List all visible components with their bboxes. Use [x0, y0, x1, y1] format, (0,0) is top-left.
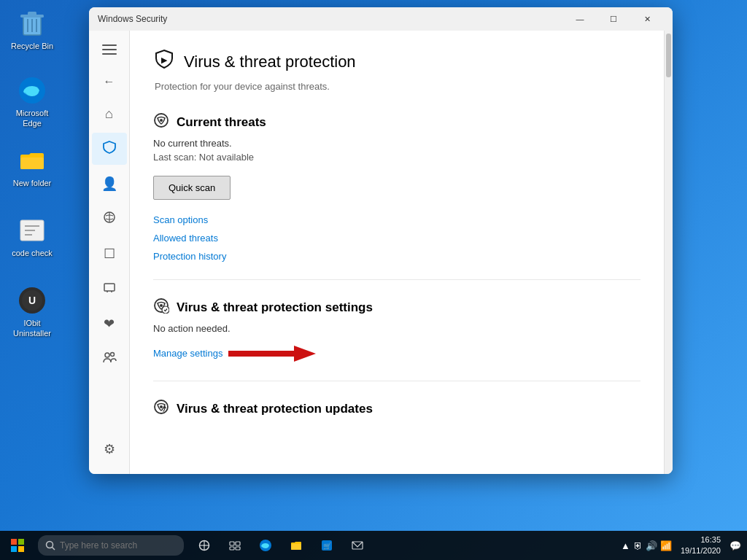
hamburger-icon — [102, 44, 117, 55]
maximize-button[interactable]: ☐ — [597, 7, 630, 31]
settings-icon: ⚙ — [104, 441, 115, 457]
recycle-bin-label: Recycle Bin — [11, 41, 53, 51]
nav-item-app[interactable]: ☐ — [92, 238, 127, 270]
protection-settings-section: Virus & threat protection settings No ac… — [153, 298, 640, 363]
svg-rect-17 — [104, 284, 115, 291]
clock-time: 16:35 — [681, 534, 721, 545]
scrollbar-track[interactable] — [664, 31, 673, 474]
folder-label: New folder — [13, 178, 52, 188]
last-scan-text: Last scan: Not available — [153, 152, 640, 163]
svg-point-24 — [160, 119, 163, 122]
back-button[interactable]: ← — [92, 69, 127, 95]
current-threats-icon — [153, 112, 169, 132]
health-icon: ❤ — [104, 316, 115, 332]
quick-scan-button[interactable]: Quick scan — [153, 176, 231, 200]
taskbar-edge-icon — [259, 539, 272, 552]
defender-tray-icon[interactable]: ⛨ — [633, 540, 643, 551]
taskbar-folder-icon — [290, 539, 303, 552]
iobit-label: IObit Uninstaller — [9, 318, 55, 339]
taskbar-taskview-btn[interactable] — [220, 531, 249, 560]
nav-item-account[interactable]: 👤 — [92, 168, 127, 200]
minimize-button[interactable]: — — [563, 7, 597, 31]
svg-rect-2 — [28, 12, 36, 15]
title-bar: Windows Security — ☐ ✕ — [89, 7, 673, 31]
search-input[interactable] — [60, 540, 162, 551]
recycle-bin-icon — [18, 9, 47, 38]
taskbar-mail-icon — [351, 539, 364, 552]
svg-point-31 — [160, 405, 163, 408]
taskbar: 🛒 ▲ ⛨ 🔊 📶 16:35 19/11/2020 — [0, 531, 747, 560]
current-threats-section-header: Current threats — [153, 112, 640, 132]
svg-rect-44 — [230, 547, 234, 550]
network-icon — [102, 210, 117, 228]
notification-icon[interactable]: 💬 — [729, 540, 741, 551]
scrollbar-thumb[interactable] — [666, 34, 671, 77]
svg-text:🛒: 🛒 — [323, 542, 332, 551]
svg-rect-34 — [18, 539, 24, 545]
close-button[interactable]: ✕ — [630, 7, 664, 31]
desktop-icon-edge[interactable]: Microsoft Edge — [6, 73, 58, 132]
nav-item-shield[interactable] — [92, 133, 127, 165]
network-tray-icon[interactable]: 📶 — [660, 540, 672, 551]
svg-rect-36 — [18, 546, 24, 552]
title-bar-controls: — ☐ ✕ — [563, 7, 664, 31]
svg-rect-43 — [236, 542, 240, 545]
code-check-label: code check — [12, 248, 53, 258]
clock-date: 19/11/2020 — [681, 545, 721, 556]
manage-settings-container: Manage settings — [153, 343, 640, 363]
code-check-icon — [18, 216, 47, 245]
nav-item-settings[interactable]: ⚙ — [92, 433, 127, 465]
start-button[interactable] — [0, 531, 35, 560]
taskbar-app-icons: 🛒 — [190, 531, 372, 560]
hamburger-menu[interactable] — [92, 36, 127, 63]
window-body: ← ⌂ 👤 — [89, 31, 673, 474]
app-icon: ☐ — [104, 246, 115, 262]
system-tray-icons: ▲ ⛨ 🔊 📶 — [621, 540, 672, 551]
tray-up-arrow[interactable]: ▲ — [621, 540, 630, 551]
svg-rect-28 — [228, 351, 294, 357]
desktop: Recycle Bin Microsoft Edge New folder — [0, 0, 747, 560]
main-content-area: ▶ Virus & threat protection Protection f… — [130, 31, 664, 474]
desktop-icon-code-check[interactable]: code check — [6, 213, 58, 261]
left-nav: ← ⌂ 👤 — [89, 31, 130, 474]
svg-text:U: U — [28, 295, 36, 306]
svg-rect-45 — [236, 547, 240, 550]
desktop-icon-iobit[interactable]: U IObit Uninstaller — [6, 283, 58, 342]
allowed-threats-link[interactable]: Allowed threats — [153, 233, 640, 244]
volume-icon[interactable]: 🔊 — [646, 540, 657, 551]
taskbar-explorer-btn[interactable] — [282, 531, 311, 560]
current-threats-heading: Current threats — [177, 115, 266, 130]
desktop-icon-recycle-bin[interactable]: Recycle Bin — [6, 6, 58, 54]
protection-history-link[interactable]: Protection history — [153, 251, 640, 262]
page-subtitle: Protection for your device against threa… — [153, 81, 640, 92]
account-icon: 👤 — [101, 176, 117, 192]
svg-line-38 — [53, 548, 55, 551]
virus-protection-header-icon: ▶ — [153, 48, 175, 75]
section-divider-1 — [153, 279, 640, 280]
nav-item-network[interactable] — [92, 203, 127, 235]
window-title: Windows Security — [98, 14, 563, 24]
page-header: ▶ Virus & threat protection — [153, 48, 640, 75]
taskbar-search-icon-btn[interactable] — [190, 531, 219, 560]
desktop-icon-new-folder[interactable]: New folder — [6, 143, 58, 191]
scan-options-link[interactable]: Scan options — [153, 214, 640, 225]
svg-text:▶: ▶ — [161, 55, 168, 64]
family-icon — [102, 350, 117, 368]
settings-section-header: Virus & threat protection settings — [153, 298, 640, 317]
clock-display[interactable]: 16:35 19/11/2020 — [675, 534, 727, 557]
svg-marker-29 — [294, 346, 316, 362]
nav-item-device[interactable] — [92, 273, 127, 305]
nav-item-home[interactable]: ⌂ — [92, 98, 127, 130]
nav-item-health[interactable]: ❤ — [92, 308, 127, 340]
taskbar-store-btn[interactable]: 🛒 — [312, 531, 341, 560]
manage-settings-link[interactable]: Manage settings — [153, 348, 222, 359]
nav-item-family[interactable] — [92, 343, 127, 375]
taskbar-edge-btn[interactable] — [251, 531, 280, 560]
taskbar-mail-btn[interactable] — [343, 531, 372, 560]
taskview-icon — [198, 540, 210, 551]
updates-section-icon — [153, 399, 169, 419]
page-title: Virus & threat protection — [184, 52, 356, 71]
taskview-icon-2 — [229, 540, 241, 551]
taskbar-search-box[interactable] — [38, 535, 184, 556]
settings-heading: Virus & threat protection settings — [177, 300, 373, 315]
